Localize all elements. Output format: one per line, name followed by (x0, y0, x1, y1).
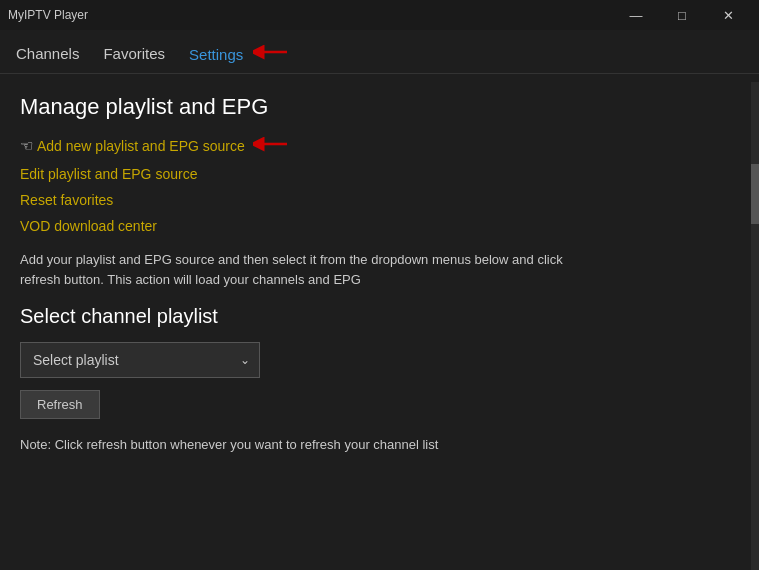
hand-cursor-icon: ☜ (20, 137, 33, 155)
main-content: Manage playlist and EPG ☜ Add new playli… (0, 74, 759, 562)
add-playlist-row: ☜ Add new playlist and EPG source (20, 136, 739, 156)
app-title: MyIPTV Player (8, 8, 88, 22)
edit-playlist-link[interactable]: Edit playlist and EPG source (20, 166, 739, 182)
note-text: Note: Click refresh button whenever you … (20, 437, 739, 452)
nav-settings[interactable]: Settings (189, 40, 289, 67)
playlist-dropdown-wrapper: Select playlist ⌄ (20, 342, 260, 378)
nav-channels[interactable]: Channels (16, 41, 79, 66)
section-heading: Select channel playlist (20, 305, 739, 328)
title-bar: MyIPTV Player — □ ✕ (0, 0, 759, 30)
add-playlist-link[interactable]: Add new playlist and EPG source (37, 138, 245, 154)
maximize-button[interactable]: □ (659, 0, 705, 30)
dropdown-container: Select playlist ⌄ (20, 342, 739, 378)
refresh-button[interactable]: Refresh (20, 390, 100, 419)
add-playlist-arrow-icon (253, 136, 289, 156)
close-button[interactable]: ✕ (705, 0, 751, 30)
nav-bar: Channels Favorites Settings (0, 30, 759, 74)
vod-download-link[interactable]: VOD download center (20, 218, 739, 234)
description-text: Add your playlist and EPG source and the… (20, 250, 580, 289)
reset-favorites-link[interactable]: Reset favorites (20, 192, 739, 208)
scrollbar-track (751, 82, 759, 570)
playlist-dropdown[interactable]: Select playlist (20, 342, 260, 378)
minimize-button[interactable]: — (613, 0, 659, 30)
page-heading: Manage playlist and EPG (20, 94, 739, 120)
window-controls: — □ ✕ (613, 0, 751, 30)
scrollbar-thumb[interactable] (751, 164, 759, 224)
nav-favorites[interactable]: Favorites (103, 41, 165, 66)
links-section: ☜ Add new playlist and EPG source Edit p… (20, 136, 739, 234)
settings-arrow-icon (253, 46, 289, 63)
